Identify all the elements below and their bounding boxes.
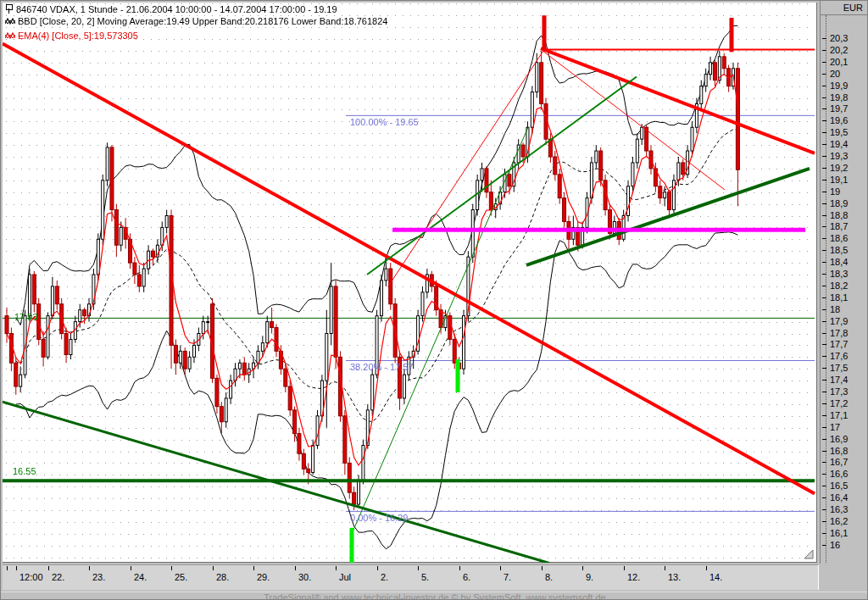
time-axis-tick: [542, 566, 542, 570]
price-axis-label: 18,9: [830, 198, 848, 208]
indicator-row-bbd[interactable]: BBD [Close, 20, 2] Moving Average:19.49 …: [5, 16, 387, 26]
price-axis-tick: [822, 226, 826, 227]
price-axis-tick: [822, 262, 826, 263]
price-axis-tick: [822, 215, 826, 216]
indicator-row-ema[interactable]: EMA(4) [Close, 5]:19.573305: [5, 31, 138, 41]
time-axis-label: Jul: [339, 572, 351, 582]
price-axis-label: 16,5: [830, 481, 848, 491]
price-axis-label: 17: [830, 422, 840, 432]
price-axis-label: 17,2: [830, 398, 848, 408]
price-axis-tick: [822, 462, 826, 463]
price-axis-label: 16,4: [830, 492, 848, 503]
time-axis-label: 2.: [381, 572, 388, 582]
price-axis-label: 19,9: [830, 81, 848, 91]
price-axis-label: 17,4: [830, 375, 848, 385]
time-axis-tick: [295, 566, 296, 570]
time-axis-label: 28.: [216, 572, 229, 582]
time-axis-label: 12.: [627, 572, 640, 582]
time-axis-tick: [706, 566, 707, 570]
price-axis[interactable]: EUR 20,320,220,12019,919,819,719,619,519…: [820, 1, 868, 564]
time-axis-tick: [253, 566, 254, 570]
price-axis-tick: [822, 120, 826, 121]
time-axis-label: 24.: [134, 572, 147, 582]
price-axis-label: 18,6: [830, 233, 848, 243]
time-axis-tick: [16, 566, 17, 570]
pin-icon[interactable]: [5, 4, 13, 14]
price-axis-label: 18,3: [830, 269, 848, 279]
price-axis-tick: [822, 403, 826, 404]
chart-title-row[interactable]: 846740 VDAX, 1 Stunde - 21.06.2004 10:00…: [5, 4, 337, 15]
price-axis-label: 17,5: [830, 363, 848, 373]
price-axis-label: 19,4: [830, 139, 848, 149]
time-axis-label: 6.: [463, 572, 470, 582]
price-axis-label: 18,7: [830, 221, 848, 231]
price-axis-tick: [822, 392, 826, 392]
price-axis-label: 18,2: [830, 281, 848, 291]
price-axis-tick: [822, 156, 826, 157]
resize-handle[interactable]: [804, 549, 815, 560]
price-axis-tick: [822, 132, 826, 133]
time-axis-label: 22.: [52, 572, 64, 582]
fib-level-label-0: 0.00% - 16.29: [350, 513, 409, 523]
time-axis-label: 29.: [257, 572, 270, 582]
price-axis-tick: [822, 238, 826, 239]
price-axis-tick: [822, 497, 826, 498]
time-axis-label: 14.: [709, 572, 722, 582]
time-axis-tick: [131, 566, 131, 570]
currency-label: EUR: [821, 1, 868, 15]
price-axis-tick: [822, 250, 826, 251]
time-axis-tick: [336, 566, 337, 570]
price-axis-label: 17,8: [830, 328, 848, 338]
fib-level-label-100: 100.00% - 19.65: [350, 117, 419, 127]
time-axis[interactable]: 12:0022.23.24.25.28.29.30.Jul2.5.6.7.8.9…: [3, 564, 819, 590]
chart-title: 846740 VDAX, 1 Stunde - 21.06.2004 10:00…: [16, 4, 337, 14]
time-axis-label: 9.: [586, 572, 593, 582]
time-axis-tick: [377, 566, 378, 570]
price-axis-label: 16,8: [830, 446, 848, 456]
time-axis-tick: [48, 566, 49, 570]
price-axis-label: 17,9: [830, 316, 848, 326]
price-axis-label: 16,3: [830, 504, 848, 514]
ema-indicator-icon: [5, 31, 15, 40]
price-axis-tick: [822, 108, 826, 109]
price-axis-tick: [822, 427, 826, 428]
time-axis-label: 30.: [298, 572, 311, 582]
chart-plot-area[interactable]: 846740 VDAX, 1 Stunde - 21.06.2004 10:00…: [3, 3, 817, 563]
price-axis-tick: [822, 97, 826, 98]
price-axis-tick: [822, 50, 826, 51]
price-axis-label: 19: [830, 186, 840, 197]
price-axis-scale[interactable]: 20,320,220,12019,919,819,719,619,519,419…: [821, 15, 868, 563]
price-axis-tick: [822, 521, 826, 522]
time-axis-tick: [500, 566, 501, 570]
price-axis-tick: [822, 380, 826, 381]
time-axis-tick: [418, 566, 419, 570]
price-axis-label: 19,1: [830, 175, 848, 185]
time-axis-label: 13.: [668, 572, 681, 582]
price-axis-tick: [822, 203, 826, 204]
price-axis-label: 20,3: [830, 33, 848, 43]
chart-window: 846740 VDAX, 1 Stunde - 21.06.2004 10:00…: [0, 0, 868, 600]
time-axis-tick: [7, 566, 8, 570]
price-axis-label: 18,4: [830, 257, 848, 267]
price-axis-tick: [822, 286, 826, 286]
price-axis-tick: [822, 74, 826, 75]
price-axis-label: 19,7: [830, 103, 848, 114]
price-axis-tick: [822, 297, 826, 298]
price-axis-label: 17,7: [830, 339, 848, 349]
time-axis-tick: [624, 566, 625, 570]
time-axis-tick: [665, 566, 665, 570]
credit-footer: TradeSignal® and www.technical-investor.…: [1, 592, 868, 600]
price-axis-tick: [822, 168, 826, 169]
indicator-bbd-label: BBD [Close, 20, 2] Moving Average:19.49 …: [18, 16, 387, 26]
price-chart-canvas[interactable]: [3, 3, 817, 563]
price-axis-label: 19,3: [830, 151, 848, 161]
price-axis-label: 17,1: [830, 410, 848, 420]
price-axis-label: 16,7: [830, 457, 848, 467]
price-axis-label: 20,1: [830, 57, 848, 67]
level-label-1655: 16.55: [13, 466, 36, 476]
price-axis-label: 19,6: [830, 115, 848, 125]
price-axis-tick: [822, 192, 826, 192]
bollinger-indicator-icon: [5, 17, 15, 25]
time-axis-tick: [459, 566, 460, 570]
price-axis-tick: [822, 274, 826, 275]
